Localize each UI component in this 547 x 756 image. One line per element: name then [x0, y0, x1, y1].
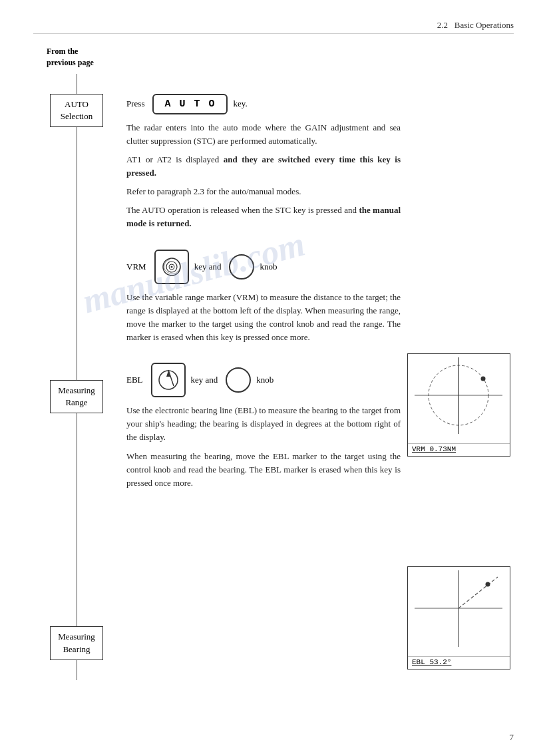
- page-number: 7: [510, 732, 514, 743]
- flow-line-1: [77, 127, 77, 380]
- ebl-canvas: [408, 567, 510, 656]
- auto-section: Press A U T O key. The radar enters into…: [126, 74, 401, 231]
- ebl-caption: EBL 53.2°: [408, 656, 510, 669]
- ebl-key-icon[interactable]: [151, 363, 186, 397]
- section-title: Basic Operations: [455, 20, 514, 30]
- press-label: Press: [126, 98, 144, 109]
- auto-para-3: Refer to paragraph 2.3 for the auto/manu…: [126, 185, 401, 198]
- right-diagrams: VRM 0.73NM: [407, 353, 514, 669]
- ebl-para-2: When measuring the bearing, move the EBL…: [126, 450, 401, 490]
- vrm-knob[interactable]: [229, 254, 254, 280]
- vrm-spiral-svg: [159, 254, 184, 280]
- vrm-knob-label: knob: [260, 262, 277, 272]
- ebl-key-row: EBL key and knob: [126, 363, 401, 397]
- vrm-svg: [408, 354, 510, 437]
- flow-line-bottom: [77, 660, 77, 680]
- ebl-key-and: key and: [191, 375, 218, 385]
- ebl-section: EBL key and knob Use the electronic b: [126, 349, 401, 490]
- flow-diagram: AUTOSelection MeasuringRange MeasuringBe…: [33, 74, 120, 680]
- ebl-knob[interactable]: [226, 367, 251, 393]
- auto-key-row: Press A U T O key.: [126, 94, 401, 114]
- ebl-knob-label: knob: [256, 375, 274, 385]
- vrm-key-icon[interactable]: [154, 250, 189, 284]
- vrm-key-and: key and: [194, 262, 222, 272]
- section-number: 2.2: [437, 20, 448, 30]
- auto-para-1: The radar enters into the auto mode wher…: [126, 121, 401, 148]
- svg-point-11: [481, 376, 486, 381]
- vrm-caption: VRM 0.73NM: [408, 443, 510, 456]
- vrm-label: VRM: [126, 262, 146, 272]
- flow-line-top: [77, 74, 77, 94]
- main-layout: AUTOSelection MeasuringRange MeasuringBe…: [33, 74, 514, 680]
- svg-point-16: [486, 582, 490, 586]
- vrm-para-1: Use the variable range marker (VRM) to m…: [126, 291, 401, 345]
- ebl-svg: [408, 567, 510, 650]
- vrm-diagram: VRM 0.73NM: [407, 353, 510, 457]
- ebl-para-1: Use the electronic bearing line (EBL) to…: [126, 404, 401, 444]
- ebl-label: EBL: [126, 375, 143, 385]
- auto-para-4: The AUTO operation is released when the …: [126, 204, 401, 230]
- spacer-between-diagrams: [407, 457, 514, 560]
- page: 2.2 Basic Operations manualslib.com From…: [0, 0, 547, 756]
- ebl-icon-svg: [156, 367, 181, 393]
- auto-key-button[interactable]: A U T O: [152, 94, 228, 114]
- page-header: 2.2 Basic Operations: [33, 20, 514, 34]
- auto-para-2: AT1 or AT2 is displayed and they are swi…: [126, 153, 401, 180]
- from-previous-label: From the previous page: [47, 46, 514, 69]
- ebl-diagram: EBL 53.2°: [407, 566, 510, 669]
- key-suffix-auto: key.: [233, 98, 247, 109]
- flow-box-measuring-range: MeasuringRange: [50, 380, 103, 413]
- flow-box-auto: AUTOSelection: [50, 94, 103, 127]
- vrm-canvas: [408, 354, 510, 443]
- vrm-key-row: VRM key and knob: [126, 250, 401, 284]
- vrm-section: VRM key and knob: [126, 236, 401, 345]
- svg-point-3: [170, 266, 172, 268]
- flow-line-2: [77, 413, 77, 626]
- flow-box-measuring-bearing: MeasuringBearing: [50, 626, 103, 660]
